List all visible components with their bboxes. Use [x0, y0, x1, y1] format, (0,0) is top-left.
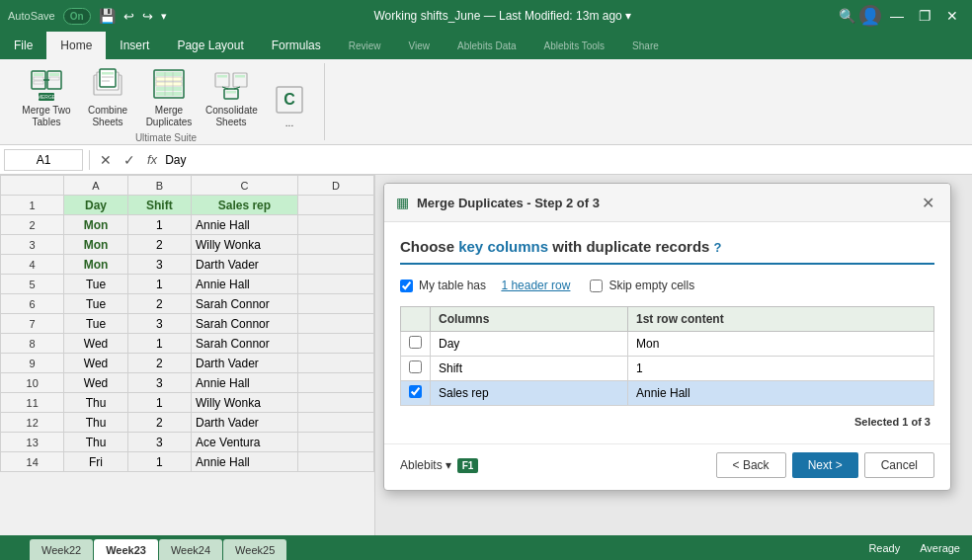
autosave-toggle[interactable]: On	[63, 8, 91, 25]
extra-ribbon-button[interactable]: C ...	[265, 80, 314, 130]
cell[interactable]: Shift	[127, 196, 191, 215]
confirm-formula-icon[interactable]: ✓	[120, 152, 139, 168]
tab-insert[interactable]: Insert	[106, 32, 163, 59]
maximize-button[interactable]: ❐	[913, 4, 936, 28]
tab-home[interactable]: Home	[46, 32, 106, 59]
cell[interactable]: Annie Hall	[192, 452, 298, 472]
f1-badge[interactable]: F1	[457, 458, 479, 473]
cell[interactable]	[297, 413, 373, 433]
header-row-checkbox[interactable]	[400, 280, 413, 292]
cell[interactable]: Tue	[64, 314, 127, 334]
columns-row-shift[interactable]: Shift 1	[401, 357, 934, 381]
ablebits-dropdown[interactable]: Ablebits ▾	[400, 458, 451, 472]
header-row-checkbox-label[interactable]: My table has 1 header row	[400, 279, 570, 292]
cell[interactable]: 2	[127, 354, 191, 373]
day-checkbox[interactable]	[409, 336, 422, 349]
cell[interactable]: Darth Vader	[192, 354, 298, 373]
save-icon[interactable]: 💾	[99, 8, 116, 24]
name-box[interactable]	[4, 149, 83, 171]
cell[interactable]: Sarah Connor	[192, 334, 298, 354]
skip-empty-checkbox-label[interactable]: Skip empty cells	[590, 279, 694, 292]
cell[interactable]	[297, 255, 373, 275]
sheet-tab-week24[interactable]: Week24	[159, 539, 222, 560]
sheet-tab-week25[interactable]: Week25	[223, 539, 286, 560]
cell[interactable]: Annie Hall	[192, 275, 298, 294]
cell[interactable]: Mon	[64, 255, 127, 275]
shift-checkbox[interactable]	[409, 360, 422, 373]
cell[interactable]	[297, 215, 373, 235]
cell[interactable]: 2	[127, 235, 191, 255]
cell[interactable]: Thu	[64, 433, 127, 452]
tab-share[interactable]: Share	[618, 32, 673, 59]
cell[interactable]: Wed	[64, 373, 127, 393]
tab-ablebits-tools[interactable]: Ablebits Tools	[530, 32, 619, 59]
cell[interactable]: Thu	[64, 393, 127, 413]
cell[interactable]	[297, 314, 373, 334]
cell[interactable]	[297, 433, 373, 452]
cell[interactable]: 1	[127, 452, 191, 472]
cell[interactable]: 1	[127, 215, 191, 235]
cell[interactable]: Wed	[64, 334, 127, 354]
cell[interactable]	[297, 452, 373, 472]
cell[interactable]	[297, 196, 373, 215]
columns-row-sales-rep[interactable]: Sales rep Annie Hall	[401, 381, 934, 406]
search-icon[interactable]: 🔍	[839, 8, 855, 24]
cell[interactable]: 3	[127, 255, 191, 275]
tab-page-layout[interactable]: Page Layout	[163, 32, 257, 59]
profile-icon[interactable]: 👤	[859, 5, 881, 27]
cell[interactable]: Mon	[64, 215, 127, 235]
skip-empty-checkbox[interactable]	[590, 280, 603, 292]
cell[interactable]: Willy Wonka	[192, 235, 298, 255]
cancel-button[interactable]: Cancel	[864, 452, 934, 478]
sales-rep-checkbox[interactable]	[409, 385, 422, 398]
cell[interactable]: 1	[127, 275, 191, 294]
cell[interactable]: Darth Vader	[192, 255, 298, 275]
cancel-formula-icon[interactable]: ✕	[96, 152, 116, 168]
cell[interactable]: Tue	[64, 275, 127, 294]
cell[interactable]: Tue	[64, 294, 127, 314]
day-checkbox-cell[interactable]	[401, 332, 431, 357]
cell[interactable]: Sales rep	[192, 196, 298, 215]
cell[interactable]: Day	[64, 196, 127, 215]
formula-input[interactable]	[165, 153, 968, 167]
tab-ablebits-data[interactable]: Ablebits Data	[444, 32, 529, 59]
cell[interactable]: 2	[127, 413, 191, 433]
next-button[interactable]: Next >	[792, 452, 858, 478]
cell[interactable]: Annie Hall	[192, 373, 298, 393]
cell[interactable]	[297, 393, 373, 413]
cell[interactable]: Wed	[64, 354, 127, 373]
columns-row-day[interactable]: Day Mon	[401, 332, 934, 357]
cell[interactable]: 1	[127, 393, 191, 413]
header-row-link[interactable]: 1 header row	[501, 279, 570, 292]
close-button[interactable]: ✕	[940, 4, 964, 28]
sales-rep-checkbox-cell[interactable]	[401, 381, 431, 406]
consolidate-sheets-button[interactable]: Consolidate Sheets	[202, 65, 261, 130]
cell[interactable]	[297, 275, 373, 294]
merge-duplicates-button[interactable]: Merge Duplicates	[140, 65, 198, 130]
shift-checkbox-cell[interactable]	[401, 357, 431, 381]
tab-view[interactable]: View	[395, 32, 445, 59]
help-icon[interactable]: ?	[714, 240, 722, 255]
tab-formulas[interactable]: Formulas	[258, 32, 335, 59]
minimize-button[interactable]: —	[885, 4, 909, 28]
sheet-tab-week23[interactable]: Week23	[94, 539, 158, 560]
tab-review[interactable]: Review	[335, 32, 395, 59]
cell[interactable]	[297, 334, 373, 354]
cell[interactable]: 3	[127, 373, 191, 393]
cell[interactable]: Mon	[64, 235, 127, 255]
combine-sheets-button[interactable]: Combine Sheets	[79, 65, 136, 130]
cell[interactable]: Sarah Connor	[192, 294, 298, 314]
cell[interactable]: Darth Vader	[192, 413, 298, 433]
cell[interactable]: Annie Hall	[192, 215, 298, 235]
cell[interactable]: 3	[127, 433, 191, 452]
back-button[interactable]: < Back	[716, 452, 786, 478]
cell[interactable]: Thu	[64, 413, 127, 433]
cell[interactable]: Willy Wonka	[192, 393, 298, 413]
cell[interactable]: 2	[127, 294, 191, 314]
cell[interactable]: 3	[127, 314, 191, 334]
cell[interactable]	[297, 373, 373, 393]
cell[interactable]	[297, 354, 373, 373]
cell[interactable]	[297, 294, 373, 314]
tab-file[interactable]: File	[0, 32, 46, 59]
redo-icon[interactable]: ↪	[142, 9, 153, 24]
